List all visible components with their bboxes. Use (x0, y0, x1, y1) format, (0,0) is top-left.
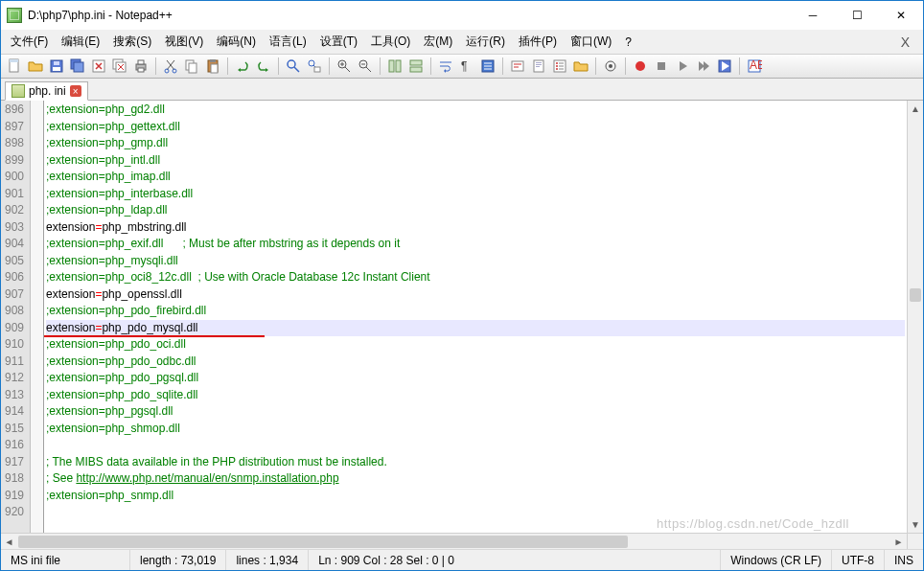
menu-item[interactable]: 运行(R) (460, 32, 511, 52)
vertical-scrollbar[interactable]: ▲ ▼ (907, 101, 923, 533)
line-number[interactable]: 905 (5, 253, 24, 270)
zoom-out-icon[interactable] (357, 57, 374, 75)
code-line[interactable]: ;extension=php_pdo_odbc.dll (46, 354, 905, 371)
code-line[interactable]: ;extension=php_pdo_firebird.dll (46, 303, 905, 320)
line-number[interactable]: 897 (5, 119, 24, 136)
menu-item[interactable]: 语言(L) (264, 32, 312, 52)
line-number[interactable]: 913 (5, 387, 24, 404)
line-number[interactable]: 917 (5, 454, 24, 471)
sync-h-icon[interactable] (407, 57, 425, 75)
open-file-icon[interactable] (27, 57, 44, 75)
menu-item[interactable]: 宏(M) (418, 32, 458, 52)
line-number[interactable]: 906 (5, 269, 24, 286)
wordwrap-icon[interactable] (437, 57, 454, 75)
menu-item[interactable]: 工具(O) (365, 32, 416, 52)
close-icon[interactable] (90, 57, 107, 75)
horizontal-scrollbar[interactable]: ◄ ► (1, 533, 923, 549)
sync-v-icon[interactable] (386, 57, 404, 75)
code-line[interactable]: ;extension=php_pdo_pgsql.dll (46, 370, 905, 387)
scroll-left-icon[interactable]: ◄ (1, 537, 17, 547)
redo-icon[interactable] (255, 57, 272, 75)
close-document-button[interactable]: X (891, 34, 919, 50)
play-icon[interactable] (674, 57, 691, 75)
line-number[interactable]: 907 (5, 286, 24, 304)
line-number-gutter[interactable]: 8968978988999009019029039049059069079089… (1, 101, 31, 533)
code-line[interactable]: ;extension=php_gd2.dll (46, 102, 905, 119)
doc-map-icon[interactable] (530, 57, 547, 75)
find-icon[interactable] (285, 57, 302, 75)
menu-item[interactable]: 窗口(W) (565, 32, 617, 52)
fold-margin[interactable] (31, 101, 44, 533)
status-insert-mode[interactable]: INS (885, 550, 923, 570)
line-number[interactable]: 899 (5, 152, 24, 170)
line-number[interactable]: 916 (5, 437, 24, 454)
title-bar[interactable]: D:\php7\php.ini - Notepad++ ─ ☐ ✕ (1, 1, 923, 30)
menu-item[interactable]: ? (619, 34, 637, 51)
vertical-scroll-thumb[interactable] (910, 288, 921, 302)
line-number[interactable]: 914 (5, 403, 24, 421)
save-icon[interactable] (48, 57, 65, 75)
copy-icon[interactable] (183, 57, 200, 75)
horizontal-scroll-thumb[interactable] (18, 536, 628, 548)
maximize-button[interactable]: ☐ (835, 1, 879, 30)
line-number[interactable]: 912 (5, 370, 24, 387)
code-line[interactable]: ;extension=php_exif.dll ; Must be after … (46, 236, 905, 253)
line-number[interactable]: 909 (5, 320, 24, 337)
code-line[interactable]: ;extension=php_oci8_12c.dll ; Use with O… (46, 269, 905, 286)
menu-item[interactable]: 插件(P) (513, 32, 563, 52)
code-line[interactable]: ;extension=php_gettext.dll (46, 119, 905, 136)
code-editor[interactable]: ;extension=php_gd2.dll;extension=php_get… (44, 101, 907, 533)
code-line[interactable]: ;extension=php_gmp.dll (46, 135, 905, 152)
code-line[interactable]: ;extension=php_mysqli.dll (46, 253, 905, 270)
code-line[interactable]: extension=php_mbstring.dll (46, 219, 905, 237)
code-line[interactable]: ;extension=php_pdo_oci.dll (46, 336, 905, 354)
line-number[interactable]: 918 (5, 470, 24, 488)
menu-item[interactable]: 文件(F) (5, 32, 54, 52)
code-line[interactable]: ;extension=php_ldap.dll (46, 202, 905, 219)
line-number[interactable]: 900 (5, 169, 24, 186)
indent-guide-icon[interactable] (479, 57, 497, 75)
code-line[interactable]: ;extension=php_interbase.dll (46, 186, 905, 203)
code-line[interactable]: ; The MIBS data available in the PHP dis… (46, 454, 905, 471)
window-close-button[interactable]: ✕ (879, 1, 923, 30)
code-line[interactable]: ;extension=php_imap.dll (46, 169, 905, 186)
line-number[interactable]: 920 (5, 504, 24, 521)
minimize-button[interactable]: ─ (791, 1, 835, 30)
cut-icon[interactable] (162, 57, 179, 75)
replace-icon[interactable] (306, 57, 323, 75)
code-line[interactable] (46, 504, 905, 521)
close-all-icon[interactable] (111, 57, 128, 75)
file-tab[interactable]: php. ini × (5, 81, 88, 101)
scroll-down-icon[interactable]: ▼ (908, 516, 923, 533)
menu-item[interactable]: 设置(T) (314, 32, 363, 52)
line-number[interactable]: 915 (5, 421, 24, 438)
scroll-up-icon[interactable]: ▲ (908, 101, 923, 117)
menu-item[interactable]: 视图(V) (159, 32, 209, 52)
undo-icon[interactable] (234, 57, 251, 75)
code-line[interactable]: ;extension=php_intl.dll (46, 152, 905, 170)
scroll-right-icon[interactable]: ► (890, 537, 907, 547)
monitor-icon[interactable] (602, 57, 619, 75)
menu-item[interactable]: 搜索(S) (107, 32, 157, 52)
code-line[interactable] (46, 437, 905, 454)
line-number[interactable]: 903 (5, 219, 24, 237)
func-list-icon[interactable] (551, 57, 568, 75)
status-eol[interactable]: Windows (CR LF) (721, 550, 832, 570)
code-line[interactable]: ;extension=php_snmp.dll (46, 488, 905, 505)
code-line[interactable]: extension=php_pdo_mysql.dll (46, 320, 905, 337)
save-macro-icon[interactable] (716, 57, 733, 75)
lang-icon[interactable] (509, 57, 526, 75)
zoom-in-icon[interactable] (335, 57, 353, 75)
folder-icon[interactable] (572, 57, 589, 75)
code-line[interactable]: ;extension=php_shmop.dll (46, 421, 905, 438)
code-line[interactable]: ; See http://www.php.net/manual/en/snmp.… (46, 470, 905, 488)
status-encoding[interactable]: UTF-8 (832, 550, 885, 570)
all-chars-icon[interactable]: ¶ (458, 57, 475, 75)
line-number[interactable]: 904 (5, 236, 24, 253)
save-all-icon[interactable] (69, 57, 86, 75)
line-number[interactable]: 898 (5, 135, 24, 152)
line-number[interactable]: 911 (5, 354, 24, 371)
spellcheck-icon[interactable]: ABC (746, 57, 763, 75)
line-number[interactable]: 908 (5, 303, 24, 320)
menu-item[interactable]: 编码(N) (211, 32, 262, 52)
